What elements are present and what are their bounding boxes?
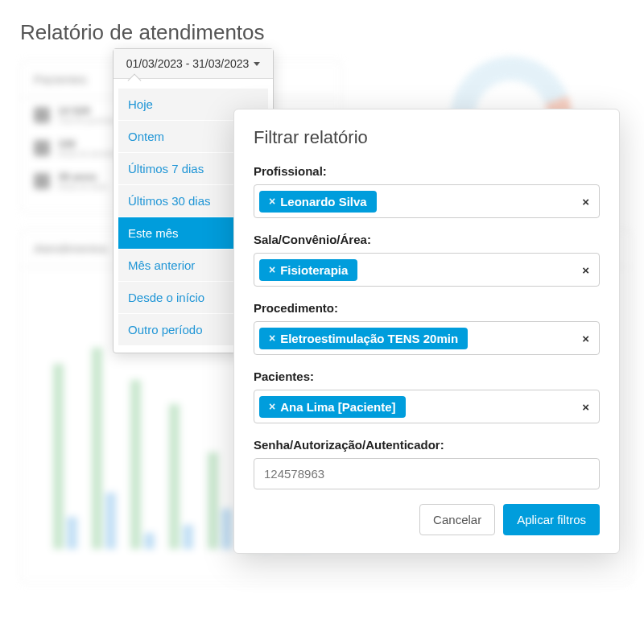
clear-field-icon[interactable]: ×	[577, 195, 594, 208]
chevron-down-icon	[254, 62, 260, 66]
room-tag-label: Fisioterapia	[280, 263, 348, 277]
professional-tag-label: Leonardo Silva	[280, 195, 367, 208]
patients-tag-label: Ana Lima [Paciente]	[280, 400, 395, 414]
room-input[interactable]: × Fisioterapia ×	[254, 253, 600, 287]
room-label: Sala/Convênio/Área:	[254, 233, 600, 246]
professional-label: Profissional:	[254, 164, 600, 178]
patients-label: Pacientes:	[254, 369, 600, 383]
clear-field-icon[interactable]: ×	[577, 332, 594, 345]
filter-modal-title: Filtrar relatório	[254, 127, 600, 148]
auth-input[interactable]	[254, 458, 600, 489]
procedure-label: Procedimento:	[254, 301, 600, 315]
procedure-input[interactable]: × Eletroestimulação TENS 20min ×	[254, 321, 600, 355]
page-title: Relatório de atendimentos	[20, 20, 624, 45]
procedure-tag: × Eletroestimulação TENS 20min	[259, 328, 468, 349]
remove-tag-icon[interactable]: ×	[269, 263, 275, 276]
apply-filters-button[interactable]: Aplicar filtros	[503, 504, 600, 535]
professional-input[interactable]: × Leonardo Silva ×	[254, 184, 600, 218]
clear-field-icon[interactable]: ×	[577, 263, 594, 277]
filter-modal: Filtrar relatório Profissional: × Leonar…	[233, 109, 620, 554]
procedure-tag-label: Eletroestimulação TENS 20min	[280, 332, 458, 345]
auth-label: Senha/Autorização/Autenticador:	[254, 438, 600, 452]
remove-tag-icon[interactable]: ×	[269, 195, 275, 208]
remove-tag-icon[interactable]: ×	[269, 400, 275, 413]
remove-tag-icon[interactable]: ×	[269, 332, 275, 345]
cancel-button[interactable]: Cancelar	[419, 504, 495, 535]
patients-input[interactable]: × Ana Lima [Paciente] ×	[254, 390, 600, 423]
room-tag: × Fisioterapia	[259, 259, 357, 281]
patients-tag: × Ana Lima [Paciente]	[259, 396, 406, 418]
date-range-toggle[interactable]: 01/03/2023 - 31/03/2023	[114, 49, 273, 79]
date-range-value: 01/03/2023 - 31/03/2023	[126, 57, 250, 70]
clear-field-icon[interactable]: ×	[577, 400, 594, 414]
professional-tag: × Leonardo Silva	[259, 191, 377, 213]
